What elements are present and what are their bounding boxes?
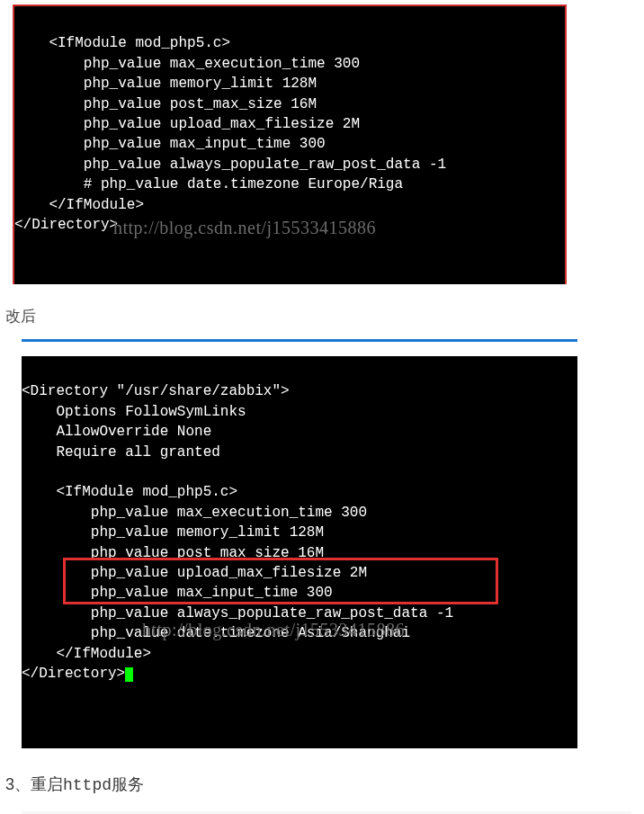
code-line: php_value always_populate_raw_post_data … xyxy=(14,157,446,173)
code-line: AllowOverride None xyxy=(22,424,211,440)
step-text-code: httpd xyxy=(63,776,112,794)
code-line: php_value memory_limit 128M xyxy=(22,524,324,541)
code-line: php_value date.timezone Asia/Shanghai xyxy=(22,625,410,641)
code-line: php_value upload_max_filesize 2M xyxy=(14,116,360,132)
code-line: php_value max_input_time 300 xyxy=(22,585,333,601)
code-line: php_value always_populate_raw_post_data … xyxy=(22,605,453,622)
code-line: php_value memory_limit 128M xyxy=(14,76,317,92)
terminal-before: <IfModule mod_php5.c> php_value max_exec… xyxy=(13,4,567,284)
step-text-cn: 重启 xyxy=(31,775,63,793)
step-heading: 3、重启httpd服务 xyxy=(5,774,644,795)
code-line: php_value post_max_size 16M xyxy=(14,96,317,112)
terminal-after: <Directory "/usr/share/zabbix"> Options … xyxy=(22,356,577,747)
terminal-after-wrap: <Directory "/usr/share/zabbix"> Options … xyxy=(22,339,577,747)
label-after: 改后 xyxy=(5,306,644,326)
code-line: <IfModule mod_php5.c> xyxy=(22,484,237,500)
code-line: Options FollowSymLinks xyxy=(22,404,246,420)
command-block: service httpd restart https://blog.csdn.… xyxy=(22,811,631,815)
code-line: php_value upload_max_filesize 2M xyxy=(22,565,367,581)
code-line: Require all granted xyxy=(22,444,220,461)
code-line: # php_value date.timezone Europe/Riga xyxy=(14,176,403,192)
watermark-text: http://blog.csdn.net/j15533415886 xyxy=(113,215,376,240)
step-text-cn2: 服务 xyxy=(112,775,144,793)
code-line: php_value max_execution_time 300 xyxy=(22,505,367,521)
code-line: php_value post_max_size 16M xyxy=(22,545,324,561)
code-line: </Directory> xyxy=(14,217,118,233)
code-line: <Directory "/usr/share/zabbix"> xyxy=(22,383,290,399)
code-line: </IfModule> xyxy=(14,197,144,213)
code-line-last: </Directory> xyxy=(22,666,125,682)
code-line: php_value max_execution_time 300 xyxy=(14,56,360,72)
step-number: 3、 xyxy=(5,775,31,793)
cursor-icon xyxy=(125,667,133,682)
code-line: php_value max_input_time 300 xyxy=(14,136,326,152)
code-line: <IfModule mod_php5.c> xyxy=(14,35,230,51)
code-line: </IfModule> xyxy=(22,646,151,662)
